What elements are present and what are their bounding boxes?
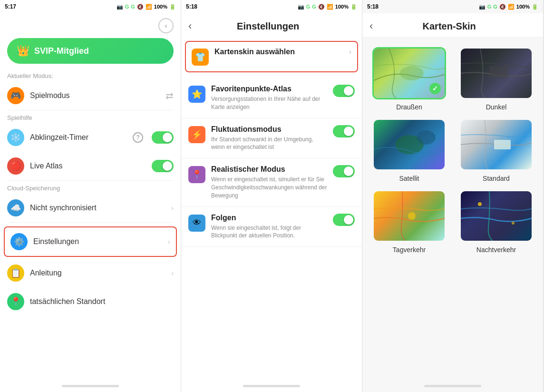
spielmodus-icon: 🎮 xyxy=(7,87,24,104)
folgen-desc: Wenn sie eingeschaltet ist, folgt der Bl… xyxy=(211,224,327,240)
skin-standard-thumb xyxy=(459,118,533,171)
skin-satellite[interactable]: Satellit xyxy=(369,118,449,182)
skin-night[interactable]: Nachtverkehr xyxy=(457,190,536,254)
day-map-lines xyxy=(374,190,445,242)
skin-outdoor[interactable]: ✓ Draußen xyxy=(369,47,449,111)
svip-button[interactable]: 👑 SVIP-Mitglied xyxy=(7,38,174,64)
panel1-header: ‹ xyxy=(0,13,181,33)
menu-item-anleitung[interactable]: 📋 Anleitung › xyxy=(0,259,181,287)
standard-label: Standard xyxy=(483,175,510,182)
nicht-sync-arrow: › xyxy=(171,204,174,212)
menu-item-nicht-sync[interactable]: ☁️ Nicht synchronisiert › xyxy=(0,194,181,222)
live-atlas-icon: 🔴 xyxy=(7,157,24,175)
panel-1: 5:17 📷 G G 🔇 📶 100% 🔋 ‹ 👑 SVIP-Mitglied … xyxy=(0,0,181,392)
abklingzeit-label: Abklingzeit-Timer xyxy=(30,133,127,142)
night-map-lines xyxy=(461,190,532,242)
settings-fluktuationsmodus[interactable]: ⚡ Fluktuationsmodus Ihr Standort schwank… xyxy=(181,118,362,159)
skin-day-preview xyxy=(374,191,445,241)
divider-3 xyxy=(7,222,174,223)
einstellungen-icon: ⚙️ xyxy=(10,233,28,250)
settings-kartenskin[interactable]: 👕 Kartenskin auswählen › xyxy=(185,41,358,72)
svg-rect-1 xyxy=(489,66,508,78)
skin-outdoor-thumb: ✓ xyxy=(372,47,446,99)
time-2: 5:18 xyxy=(186,3,197,10)
skin-satellite-preview xyxy=(374,120,445,169)
folgen-toggle[interactable] xyxy=(333,214,355,226)
skin-satellite-thumb xyxy=(372,118,446,171)
cloud-label: Cloud-Speicherung xyxy=(0,181,181,194)
swap-icon: ⇄ xyxy=(165,90,174,101)
panel-2: 5:18 📷 G G 🔇 📶 100% 🔋 ‹ Einstellungen 👕 … xyxy=(181,0,362,392)
menu-item-live-atlas[interactable]: 🔴 Live Atlas xyxy=(0,152,181,180)
live-atlas-toggle[interactable] xyxy=(152,160,174,172)
abklingzeit-icon: ❄️ xyxy=(7,129,24,146)
favoritenpunkte-desc: Versorgungsstationen in Ihrer Nähe auf d… xyxy=(211,95,327,111)
realistischer-title: Realistischer Modus xyxy=(211,165,327,174)
dark-label: Dunkel xyxy=(486,103,507,111)
svip-label: SVIP-Mitglied xyxy=(34,46,89,56)
back-arrow-3[interactable]: ‹ xyxy=(369,20,373,32)
realistischer-toggle[interactable] xyxy=(333,165,355,177)
svg-point-0 xyxy=(400,66,424,80)
spielhilfe-label: Spielhilfe xyxy=(0,110,181,123)
day-label: Tagverkehr xyxy=(393,246,426,254)
anleitung-icon: 📋 xyxy=(7,265,24,282)
skin-day-thumb xyxy=(372,190,446,242)
kartenskin-right: › xyxy=(349,48,351,56)
time-3: 5:18 xyxy=(367,3,379,10)
menu-item-einstellungen[interactable]: ⚙️ Einstellungen › xyxy=(4,226,177,257)
settings-folgen[interactable]: 👁 Folgen Wenn sie eingeschaltet ist, fol… xyxy=(181,207,362,247)
skin-night-preview xyxy=(461,191,532,241)
status-bar-2: 5:18 📷 G G 🔇 📶 100% 🔋 xyxy=(181,0,362,13)
realistischer-text: Realistischer Modus Wenn er eingeschalte… xyxy=(211,165,327,199)
skin-dark-preview xyxy=(461,49,532,98)
realistischer-desc: Wenn er eingeschaltet ist, simuliert er … xyxy=(211,176,327,199)
menu-item-abklingzeit[interactable]: ❄️ Abklingzeit-Timer ? xyxy=(0,123,181,152)
dark-map-lines xyxy=(461,47,532,99)
realistischer-icon: 📍 xyxy=(188,166,205,183)
panel3-header: ‹ Karten-Skin xyxy=(362,13,543,38)
help-icon[interactable]: ? xyxy=(133,132,143,143)
outdoor-checkmark: ✓ xyxy=(429,83,441,94)
kartenskin-icon: 👕 xyxy=(192,49,209,66)
satellite-label: Satellit xyxy=(399,175,419,182)
crown-icon: 👑 xyxy=(17,45,29,57)
spielmodus-label: Spielmodus xyxy=(30,91,160,100)
nicht-sync-label: Nicht synchronisiert xyxy=(30,204,165,212)
status-icons-2: 📷 G G 🔇 📶 100% 🔋 xyxy=(298,4,357,10)
standort-icon: 📍 xyxy=(7,293,24,310)
skin-dark[interactable]: Dunkel xyxy=(457,47,536,111)
fluktuationsmodus-desc: Ihr Standort schwankt in der Umgebung, w… xyxy=(211,136,327,152)
kartenskin-title: Kartenskin auswählen xyxy=(214,48,343,56)
settings-favoritenpunkte[interactable]: ⭐ Favoritenpunkte-Atlas Versorgungsstati… xyxy=(181,78,362,118)
satellite-map-lines xyxy=(374,118,445,171)
anleitung-arrow: › xyxy=(171,269,174,277)
kartenskin-text: Kartenskin auswählen xyxy=(214,48,343,58)
status-bar-1: 5:17 📷 G G 🔇 📶 100% 🔋 xyxy=(0,0,181,13)
standort-label: tatsächlichen Standort xyxy=(30,297,174,306)
einstellungen-label: Einstellungen xyxy=(33,237,162,246)
menu-item-standort[interactable]: 📍 tatsächlichen Standort xyxy=(0,287,181,316)
abklingzeit-toggle[interactable] xyxy=(152,131,174,144)
menu-item-spielmodus[interactable]: 🎮 Spielmodus ⇄ xyxy=(0,81,181,110)
settings-realistischer[interactable]: 📍 Realistischer Modus Wenn er eingeschal… xyxy=(181,158,362,206)
favoritenpunkte-text: Favoritenpunkte-Atlas Versorgungsstation… xyxy=(211,85,327,111)
skin-night-thumb xyxy=(459,190,533,242)
svg-point-6 xyxy=(478,202,482,206)
folgen-text: Folgen Wenn sie eingeschaltet ist, folgt… xyxy=(211,214,327,240)
skin-grid: ✓ Draußen Dunkel xyxy=(362,38,543,263)
fluktuationsmodus-toggle[interactable] xyxy=(333,125,355,137)
fluktuationsmodus-title: Fluktuationsmodus xyxy=(211,125,327,134)
skin-day[interactable]: Tagverkehr xyxy=(369,190,449,254)
bottom-bar-2 xyxy=(243,385,300,387)
svg-rect-4 xyxy=(494,140,511,149)
skin-standard-preview xyxy=(461,120,532,169)
panel3-title: Karten-Skin xyxy=(373,21,525,32)
folgen-icon: 👁 xyxy=(188,215,205,232)
back-circle-button[interactable]: ‹ xyxy=(158,18,174,33)
panel-3: 5:18 📷 G G 🔇 📶 100% 🔋 ‹ Karten-Skin xyxy=(362,0,544,392)
back-arrow-2[interactable]: ‹ xyxy=(188,20,192,32)
favoritenpunkte-toggle[interactable] xyxy=(333,85,355,97)
favoritenpunkte-title: Favoritenpunkte-Atlas xyxy=(211,85,327,93)
skin-standard[interactable]: Standard xyxy=(457,118,536,182)
